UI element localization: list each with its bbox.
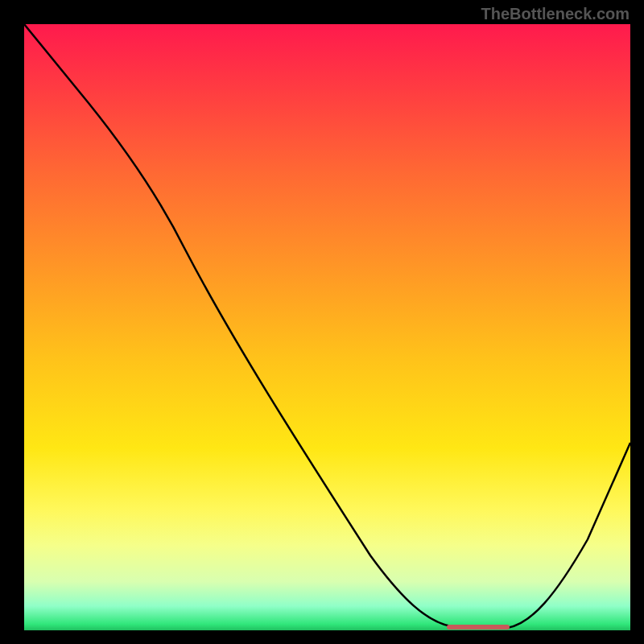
chart-plot-area [24, 24, 630, 630]
chart-svg [24, 24, 630, 630]
watermark-text: TheBottleneck.com [481, 5, 630, 23]
optimal-marker [447, 625, 510, 630]
bottleneck-curve-path [24, 24, 630, 628]
